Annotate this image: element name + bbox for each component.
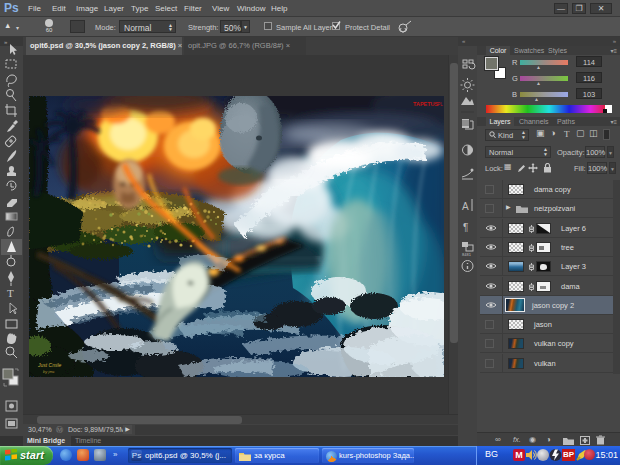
svg-text:TAPETUS: TAPETUS	[413, 101, 439, 107]
svg-text:T: T	[7, 287, 14, 299]
svg-text:8481: 8481	[462, 252, 472, 257]
svg-text:by jmc: by jmc	[43, 369, 55, 374]
svg-text:¶: ¶	[463, 222, 468, 233]
svg-text:Just Cmile: Just Cmile	[37, 362, 62, 368]
svg-text:.PL: .PL	[436, 102, 443, 107]
svg-text:A: A	[462, 201, 469, 212]
